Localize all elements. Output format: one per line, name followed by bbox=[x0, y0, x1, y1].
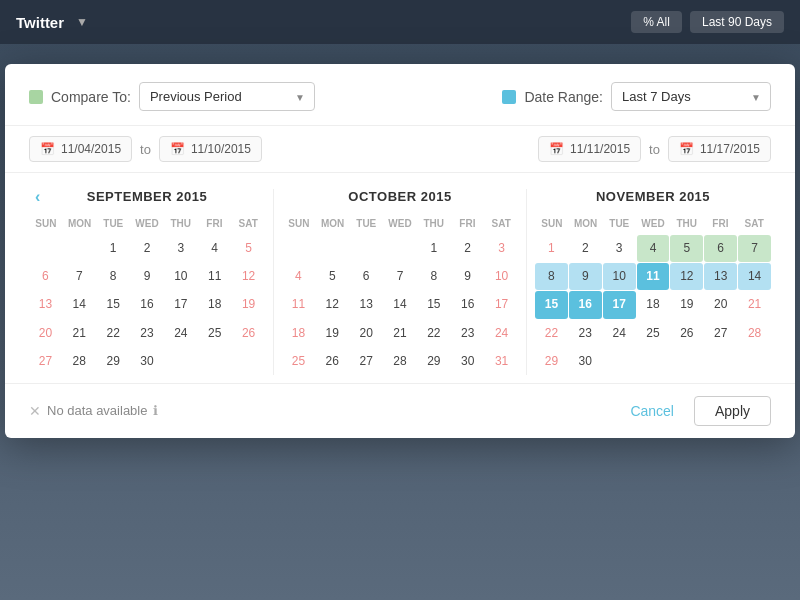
calendar-date[interactable]: 8 bbox=[97, 263, 130, 290]
calendar-date[interactable]: 12 bbox=[670, 263, 703, 290]
calendar-date[interactable]: 7 bbox=[63, 263, 96, 290]
calendar-date[interactable]: 19 bbox=[670, 291, 703, 318]
calendar-date[interactable]: 22 bbox=[97, 320, 130, 347]
calendar-date[interactable]: 4 bbox=[282, 263, 315, 290]
calendar-date[interactable]: 17 bbox=[485, 291, 518, 318]
calendar-date[interactable]: 28 bbox=[384, 348, 417, 375]
calendar-date[interactable]: 1 bbox=[97, 235, 130, 262]
calendar-date[interactable]: 9 bbox=[131, 263, 164, 290]
calendar-date[interactable]: 21 bbox=[738, 291, 771, 318]
calendar-date[interactable]: 5 bbox=[232, 235, 265, 262]
calendar-date[interactable]: 2 bbox=[569, 235, 602, 262]
calendar-date[interactable]: 14 bbox=[63, 291, 96, 318]
calendar-date[interactable]: 17 bbox=[603, 291, 636, 318]
calendar-date[interactable]: 21 bbox=[63, 320, 96, 347]
calendar-date[interactable]: 10 bbox=[603, 263, 636, 290]
prev-month-arrow[interactable]: ‹ bbox=[29, 186, 46, 208]
calendar-date[interactable]: 26 bbox=[232, 320, 265, 347]
compare-to-select[interactable]: Previous Period Same Period Last Year bbox=[139, 82, 315, 111]
calendar-date[interactable]: 6 bbox=[350, 263, 383, 290]
calendar-date[interactable]: 15 bbox=[535, 291, 568, 318]
calendar-date[interactable]: 18 bbox=[282, 320, 315, 347]
calendar-date[interactable]: 31 bbox=[485, 348, 518, 375]
calendar-date[interactable]: 19 bbox=[316, 320, 349, 347]
calendar-date[interactable]: 8 bbox=[535, 263, 568, 290]
calendar-date[interactable]: 25 bbox=[198, 320, 231, 347]
calendar-date[interactable]: 4 bbox=[637, 235, 670, 262]
calendar-date[interactable]: 20 bbox=[704, 291, 737, 318]
calendar-date[interactable]: 23 bbox=[569, 320, 602, 347]
calendar-date[interactable]: 21 bbox=[384, 320, 417, 347]
apply-button[interactable]: Apply bbox=[694, 396, 771, 426]
calendar-date[interactable]: 2 bbox=[131, 235, 164, 262]
calendar-date[interactable]: 27 bbox=[350, 348, 383, 375]
calendar-date[interactable]: 15 bbox=[417, 291, 450, 318]
calendar-date[interactable]: 29 bbox=[97, 348, 130, 375]
calendar-date[interactable]: 28 bbox=[738, 320, 771, 347]
main-to-date[interactable]: 📅 11/17/2015 bbox=[668, 136, 771, 162]
calendar-date[interactable]: 13 bbox=[704, 263, 737, 290]
main-from-date[interactable]: 📅 11/11/2015 bbox=[538, 136, 641, 162]
calendar-date[interactable]: 22 bbox=[535, 320, 568, 347]
calendar-date[interactable]: 20 bbox=[29, 320, 62, 347]
calendar-date[interactable]: 16 bbox=[451, 291, 484, 318]
calendar-date[interactable]: 14 bbox=[738, 263, 771, 290]
calendar-date[interactable]: 16 bbox=[569, 291, 602, 318]
calendar-date[interactable]: 5 bbox=[316, 263, 349, 290]
calendar-date[interactable]: 29 bbox=[535, 348, 568, 375]
calendar-date[interactable]: 11 bbox=[198, 263, 231, 290]
calendar-date[interactable]: 23 bbox=[131, 320, 164, 347]
calendar-date[interactable]: 25 bbox=[637, 320, 670, 347]
calendar-date[interactable]: 25 bbox=[282, 348, 315, 375]
date-range-select[interactable]: Last 7 Days Last 14 Days Last 30 Days Cu… bbox=[611, 82, 771, 111]
calendar-date[interactable]: 24 bbox=[485, 320, 518, 347]
calendar-date[interactable]: 24 bbox=[164, 320, 197, 347]
compare-from-date[interactable]: 📅 11/04/2015 bbox=[29, 136, 132, 162]
cancel-button[interactable]: Cancel bbox=[618, 396, 686, 426]
compare-to-date[interactable]: 📅 11/10/2015 bbox=[159, 136, 262, 162]
calendar-date[interactable]: 26 bbox=[670, 320, 703, 347]
calendar-date[interactable]: 1 bbox=[417, 235, 450, 262]
calendar-date[interactable]: 30 bbox=[131, 348, 164, 375]
calendar-date[interactable]: 4 bbox=[198, 235, 231, 262]
calendar-date[interactable]: 29 bbox=[417, 348, 450, 375]
calendar-date[interactable]: 16 bbox=[131, 291, 164, 318]
calendar-date[interactable]: 18 bbox=[637, 291, 670, 318]
calendar-date[interactable]: 13 bbox=[29, 291, 62, 318]
calendar-date[interactable]: 14 bbox=[384, 291, 417, 318]
calendar-date[interactable]: 7 bbox=[738, 235, 771, 262]
calendar-date[interactable]: 8 bbox=[417, 263, 450, 290]
calendar-date[interactable]: 12 bbox=[316, 291, 349, 318]
calendar-date[interactable]: 1 bbox=[535, 235, 568, 262]
calendar-date[interactable]: 24 bbox=[603, 320, 636, 347]
calendar-date[interactable]: 30 bbox=[451, 348, 484, 375]
calendar-date[interactable]: 28 bbox=[63, 348, 96, 375]
calendar-date[interactable]: 9 bbox=[451, 263, 484, 290]
calendar-date[interactable]: 10 bbox=[485, 263, 518, 290]
calendar-date[interactable]: 20 bbox=[350, 320, 383, 347]
calendar-date[interactable]: 11 bbox=[282, 291, 315, 318]
calendar-date[interactable]: 3 bbox=[164, 235, 197, 262]
calendar-date[interactable]: 6 bbox=[704, 235, 737, 262]
calendar-date[interactable]: 27 bbox=[29, 348, 62, 375]
calendar-date[interactable]: 2 bbox=[451, 235, 484, 262]
calendar-date[interactable]: 26 bbox=[316, 348, 349, 375]
calendar-date[interactable]: 11 bbox=[637, 263, 670, 290]
calendar-date[interactable]: 9 bbox=[569, 263, 602, 290]
calendar-date[interactable]: 18 bbox=[198, 291, 231, 318]
calendar-date[interactable]: 10 bbox=[164, 263, 197, 290]
all-filter-button[interactable]: % All bbox=[631, 11, 682, 33]
calendar-date[interactable]: 19 bbox=[232, 291, 265, 318]
calendar-date[interactable]: 3 bbox=[485, 235, 518, 262]
calendar-date[interactable]: 13 bbox=[350, 291, 383, 318]
calendar-date[interactable]: 6 bbox=[29, 263, 62, 290]
last90days-button[interactable]: Last 90 Days bbox=[690, 11, 784, 33]
calendar-date[interactable]: 12 bbox=[232, 263, 265, 290]
calendar-date[interactable]: 27 bbox=[704, 320, 737, 347]
calendar-date[interactable]: 30 bbox=[569, 348, 602, 375]
calendar-date[interactable]: 17 bbox=[164, 291, 197, 318]
calendar-date[interactable]: 22 bbox=[417, 320, 450, 347]
calendar-date[interactable]: 5 bbox=[670, 235, 703, 262]
calendar-date[interactable]: 15 bbox=[97, 291, 130, 318]
calendar-date[interactable]: 23 bbox=[451, 320, 484, 347]
